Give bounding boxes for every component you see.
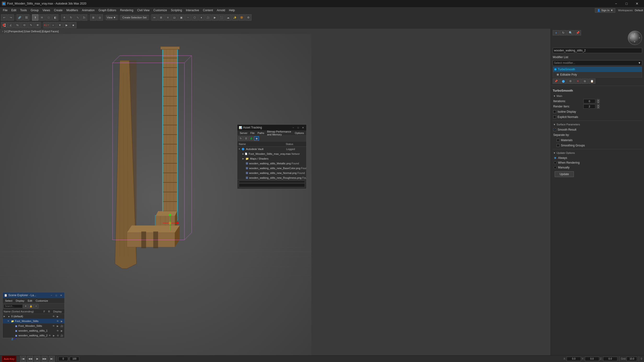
nav-sphere[interactable]: T B L R [628, 31, 642, 45]
at-list-button[interactable]: ☰ [244, 136, 248, 141]
at-row-normal[interactable]: 🖼 wooden_walking_stilts_new_Normal.png F… [237, 171, 306, 175]
isoline-display-checkbox[interactable] [553, 110, 556, 113]
at-expand-maps-icon[interactable]: ▶ [242, 157, 245, 160]
select-object-button[interactable]: ⬆ [32, 14, 38, 20]
playback-button[interactable]: ▶ [64, 22, 70, 28]
menu-help[interactable]: Help [227, 7, 237, 13]
se-expand-1-icon[interactable]: ▼ [7, 320, 10, 322]
autokey-button[interactable]: KEY [43, 22, 50, 28]
object-name-input[interactable] [553, 48, 642, 53]
raytracer-button[interactable]: 🔆 [238, 14, 245, 20]
render-iters-up-button[interactable]: ▲ [597, 104, 600, 106]
menu-civil-view[interactable]: Civil View [135, 7, 152, 13]
scene-explorer-button[interactable]: 🗂 [172, 14, 178, 20]
iterations-input[interactable] [584, 99, 596, 103]
at-row-metallic[interactable]: 🖼 wooden_walking_stilts_Metallic.png Fou… [237, 161, 306, 166]
curve-editor-button[interactable]: ~ [185, 14, 191, 20]
at-menu-server[interactable]: Server [238, 130, 249, 135]
scene-explorer-maximize-button[interactable]: □ [54, 293, 58, 297]
at-refresh-button[interactable]: ↻ [238, 136, 243, 141]
coord-y-input[interactable] [585, 357, 599, 361]
se-add-button[interactable]: + [34, 304, 38, 308]
scene-explorer-close-button[interactable]: ✕ [59, 293, 63, 297]
menu-interactive[interactable]: Interactive [184, 7, 201, 13]
menu-modifiers[interactable]: Modifiers [64, 7, 80, 13]
menu-animation[interactable]: Animation [80, 7, 96, 13]
minimize-button[interactable]: − [611, 0, 621, 7]
menu-customize[interactable]: Customize [152, 7, 169, 13]
rp-search-button[interactable]: 🔍 [567, 30, 574, 35]
spinner-snap-button[interactable]: ⟲ [21, 22, 27, 28]
main-section-chevron-icon[interactable]: ▼ [553, 95, 556, 97]
menu-create[interactable]: Create [52, 7, 64, 13]
menu-graph-editors[interactable]: Graph Editors [96, 7, 118, 13]
edit-named-sets-button[interactable]: ✎ [28, 22, 34, 28]
move-button[interactable]: ✛ [61, 14, 67, 20]
se-row-2-foot-wooden-mesh[interactable]: ▣ Foot_Wooden_Stilts 👁 ▶ 🎥 [3, 324, 64, 328]
iterations-down-button[interactable]: ▼ [597, 101, 600, 103]
at-minimize-button[interactable]: − [292, 126, 295, 129]
prev-key-button[interactable]: ◀◀ [27, 356, 33, 362]
menu-group[interactable]: Group [29, 7, 40, 13]
play-button[interactable]: ▶ [34, 356, 40, 362]
mirror-button[interactable]: ⇔ [151, 14, 158, 20]
mod-configure-button[interactable]: ⚙ [567, 78, 574, 84]
mod-copy-button[interactable]: ⧉ [582, 78, 588, 84]
ribbon-button[interactable]: ▣ [178, 14, 184, 20]
se-row-0-default[interactable]: ▶ ● 0 (default) 👁 ▶ [3, 314, 64, 319]
more-tools-button[interactable]: ⚙ [245, 14, 252, 20]
at-row-max-file[interactable]: ▶ 📄 Foot_Wooden_Stilts_max_vray.max Netw… [237, 151, 306, 156]
scale-button[interactable]: ⤡ [74, 14, 81, 20]
render-frame-button[interactable]: ⬛ [218, 14, 225, 20]
unlink-button[interactable]: ⛓ [23, 14, 30, 20]
display-floater-button[interactable]: 👁 [34, 22, 41, 28]
at-detail-button[interactable]: ▣ [254, 136, 259, 141]
rect-select-button[interactable]: □ [46, 14, 52, 20]
grid-input[interactable] [626, 357, 637, 361]
render-iters-down-button[interactable]: ▼ [597, 106, 600, 109]
at-expand-maxfile-icon[interactable]: ▶ [242, 153, 244, 155]
percent-snap-button[interactable]: % [14, 22, 20, 28]
prev-frame-button[interactable]: |◀ [20, 356, 26, 362]
se-row-1-foot-wooden[interactable]: ▼ 📁 Foot_Wooden_Stilts 👁 ▶ [3, 319, 64, 324]
snap-toggle-button[interactable]: 🧲 [1, 22, 7, 28]
select-link-button[interactable]: 🔗 [16, 14, 23, 20]
at-expand-vault-icon[interactable]: ▼ [238, 148, 241, 150]
se-menu-display[interactable]: Display [14, 298, 26, 303]
menu-scripting[interactable]: Scripting [169, 7, 184, 13]
explicit-normals-checkbox[interactable] [553, 116, 556, 118]
se-row-4-stilts2[interactable]: ▣ wooden_walking_stilts_2 👁 ▶ ⚙ 🎥 [3, 333, 64, 338]
effects-button[interactable]: ✨ [232, 14, 238, 20]
se-lock-button[interactable]: 🔒 [28, 304, 33, 308]
render-setup-button[interactable]: 🎥 [205, 14, 211, 20]
menu-tools[interactable]: Tools [18, 7, 29, 13]
material-editor-button[interactable]: ♦ [198, 14, 204, 20]
se-search-input[interactable] [4, 304, 23, 308]
rp-pin-button[interactable]: 📌 [574, 30, 581, 35]
maximize-button[interactable]: □ [622, 0, 632, 7]
always-radio[interactable] [554, 156, 556, 159]
set-key-button[interactable]: • [50, 22, 56, 28]
mod-delete-button[interactable]: ✕ [574, 78, 581, 84]
at-row-maps-folder[interactable]: ▶ 📁 Maps / Shaders [237, 156, 306, 161]
bottom-tb-autokey[interactable]: Auto Key [2, 356, 16, 362]
sign-in-button[interactable]: 👤 Sign In ▼ [595, 8, 615, 13]
at-row-basecolor[interactable]: 🖼 wooden_walking_stilts_new_BaseColor.pn… [237, 166, 306, 171]
coord-z-input[interactable] [603, 357, 618, 361]
layer-manager-button[interactable]: ≡ [165, 14, 171, 20]
update-options-chevron-icon[interactable]: ▼ [553, 152, 556, 154]
smooth-result-checkbox[interactable] [553, 128, 556, 131]
scale-type-button[interactable]: 3↕ [81, 14, 88, 20]
se-menu-edit[interactable]: Edit [26, 298, 34, 303]
pivot-button[interactable]: ◎ [97, 14, 103, 20]
surface-params-chevron-icon[interactable]: ▼ [553, 123, 556, 126]
modifier-turbosm[interactable]: TurboSmooth [553, 67, 642, 72]
menu-file[interactable]: File [1, 7, 9, 13]
schematic-view-button[interactable]: ⬡ [192, 14, 198, 20]
close-button[interactable]: ✕ [632, 0, 642, 7]
snaps-dropdown[interactable]: View ▼ [106, 15, 118, 20]
undo-button[interactable]: ↩ [1, 14, 7, 20]
se-row-3-stilts1[interactable]: ▣ wooden_walking_stilts_1 👁 ▶ [3, 328, 64, 333]
menu-edit[interactable]: Edit [9, 7, 18, 13]
next-key-button[interactable]: ▶▶ [42, 356, 48, 362]
